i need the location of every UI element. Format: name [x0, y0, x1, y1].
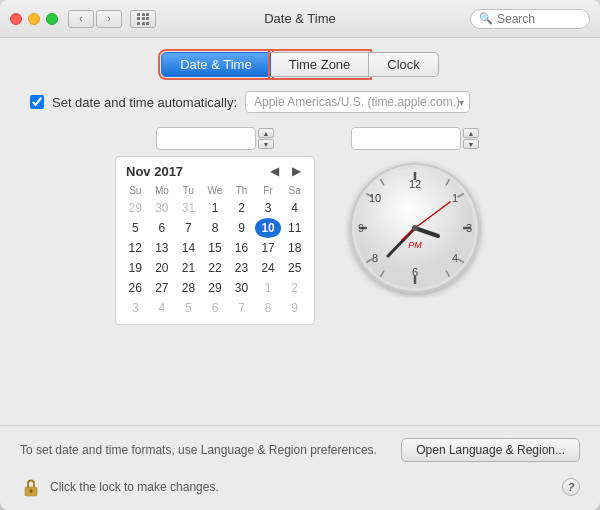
- calendar-week-row: 3456789: [122, 298, 308, 318]
- calendar-day[interactable]: 25: [281, 258, 308, 278]
- calendar-day[interactable]: 15: [202, 238, 229, 258]
- calendar-day[interactable]: 18: [281, 238, 308, 258]
- calendar-day[interactable]: 12: [122, 238, 149, 258]
- date-up-arrow[interactable]: ▲: [258, 128, 274, 138]
- server-select[interactable]: Apple Americas/U.S. (time.apple.com.): [245, 91, 470, 113]
- calendar-day[interactable]: 26: [122, 278, 149, 298]
- calendar-day[interactable]: 7: [228, 298, 255, 318]
- calendar-day[interactable]: 24: [255, 258, 282, 278]
- titlebar: ‹ › Date & Time 🔍: [0, 0, 600, 38]
- apps-button[interactable]: [130, 10, 156, 28]
- svg-text:4: 4: [452, 252, 458, 264]
- calendar-day[interactable]: 9: [228, 218, 255, 238]
- maximize-button[interactable]: [46, 13, 58, 25]
- auto-time-row: Set date and time automatically: Apple A…: [20, 91, 580, 113]
- search-box[interactable]: 🔍: [470, 9, 590, 29]
- calendar-day[interactable]: 11: [281, 218, 308, 238]
- lock-text: Click the lock to make changes.: [50, 480, 219, 494]
- close-button[interactable]: [10, 13, 22, 25]
- date-down-arrow[interactable]: ▼: [258, 139, 274, 149]
- calendar-day[interactable]: 3: [122, 298, 149, 318]
- day-header-th: Th: [228, 183, 255, 198]
- footer: Click the lock to make changes. ?: [20, 476, 580, 498]
- calendar-day[interactable]: 8: [255, 298, 282, 318]
- calendar-day[interactable]: 10: [255, 218, 282, 238]
- nav-buttons: ‹ ›: [68, 10, 122, 28]
- calendar-week-row: 262728293012: [122, 278, 308, 298]
- calendar-day[interactable]: 1: [202, 198, 229, 218]
- calendar-day[interactable]: 16: [228, 238, 255, 258]
- help-button[interactable]: ?: [562, 478, 580, 496]
- day-header-sa: Sa: [281, 183, 308, 198]
- traffic-lights: [10, 13, 58, 25]
- calendar-nav: ◀ ▶: [266, 163, 304, 179]
- calendar-week-row: 567891011: [122, 218, 308, 238]
- tab-date-time[interactable]: Date & Time: [161, 52, 271, 77]
- calendar-week-row: 12131415161718: [122, 238, 308, 258]
- calendar-day[interactable]: 20: [149, 258, 176, 278]
- lock-icon: [20, 476, 42, 498]
- auto-time-checkbox[interactable]: [30, 95, 44, 109]
- calendar-day[interactable]: 4: [149, 298, 176, 318]
- calendar-grid: Su Mo Tu We Th Fr Sa 2930311234567891011…: [122, 183, 308, 318]
- calendar-day[interactable]: 5: [175, 298, 202, 318]
- calendar-day[interactable]: 29: [122, 198, 149, 218]
- calendar-day[interactable]: 22: [202, 258, 229, 278]
- time-stepper: 3:37:25 PM ▲ ▼: [351, 127, 479, 150]
- calendar-next-button[interactable]: ▶: [288, 163, 304, 179]
- calendar-day[interactable]: 1: [255, 278, 282, 298]
- analog-clock: 12 1 3 4 6 8 9 10 PM: [345, 158, 485, 298]
- calendar-day[interactable]: 28: [175, 278, 202, 298]
- calendar-day[interactable]: 14: [175, 238, 202, 258]
- calendar-prev-button[interactable]: ◀: [266, 163, 282, 179]
- calendar-month-year: Nov 2017: [126, 164, 183, 179]
- time-down-arrow[interactable]: ▼: [463, 139, 479, 149]
- calendar-day[interactable]: 5: [122, 218, 149, 238]
- svg-text:PM: PM: [408, 240, 422, 250]
- calendar-section: 11/10/ 2017 ▲ ▼ Nov 2017 ◀ ▶: [115, 127, 315, 325]
- tab-clock[interactable]: Clock: [369, 52, 439, 77]
- svg-rect-30: [30, 490, 33, 493]
- calendar-day[interactable]: 8: [202, 218, 229, 238]
- calendar-day[interactable]: 6: [202, 298, 229, 318]
- server-select-wrapper[interactable]: Apple Americas/U.S. (time.apple.com.): [245, 91, 470, 113]
- calendar-day[interactable]: 2: [228, 198, 255, 218]
- date-stepper-arrows: ▲ ▼: [258, 128, 274, 149]
- svg-text:9: 9: [358, 222, 364, 234]
- svg-point-28: [412, 225, 418, 231]
- calendar-day[interactable]: 9: [281, 298, 308, 318]
- svg-text:12: 12: [409, 178, 421, 190]
- calendar-day[interactable]: 4: [281, 198, 308, 218]
- calendar-header: Nov 2017 ◀ ▶: [122, 163, 308, 179]
- calendar-day[interactable]: 3: [255, 198, 282, 218]
- day-header-tu: Tu: [175, 183, 202, 198]
- window: ‹ › Date & Time 🔍 Date & Time Time Zone: [0, 0, 600, 510]
- date-stepper: 11/10/ 2017 ▲ ▼: [156, 127, 274, 150]
- open-language-region-button[interactable]: Open Language & Region...: [401, 438, 580, 462]
- format-text: To set date and time formats, use Langua…: [20, 443, 391, 457]
- forward-button[interactable]: ›: [96, 10, 122, 28]
- back-button[interactable]: ‹: [68, 10, 94, 28]
- calendar-day[interactable]: 30: [149, 198, 176, 218]
- calendar-day[interactable]: 30: [228, 278, 255, 298]
- minimize-button[interactable]: [28, 13, 40, 25]
- calendar-day[interactable]: 2: [281, 278, 308, 298]
- time-input[interactable]: 3:37:25 PM: [351, 127, 461, 150]
- bottom-section: To set date and time formats, use Langua…: [0, 425, 600, 510]
- clock-section: 3:37:25 PM ▲ ▼: [345, 127, 485, 298]
- tab-time-zone[interactable]: Time Zone: [271, 52, 370, 77]
- calendar-day[interactable]: 29: [202, 278, 229, 298]
- date-input[interactable]: 11/10/ 2017: [156, 127, 256, 150]
- calendar-day[interactable]: 19: [122, 258, 149, 278]
- calendar-day[interactable]: 21: [175, 258, 202, 278]
- calendar-day[interactable]: 31: [175, 198, 202, 218]
- calendar-day[interactable]: 27: [149, 278, 176, 298]
- calendar-day[interactable]: 17: [255, 238, 282, 258]
- calendar-day[interactable]: 7: [175, 218, 202, 238]
- search-input[interactable]: [497, 12, 577, 26]
- calendar-day[interactable]: 23: [228, 258, 255, 278]
- calendar-day[interactable]: 6: [149, 218, 176, 238]
- time-up-arrow[interactable]: ▲: [463, 128, 479, 138]
- calendar-day[interactable]: 13: [149, 238, 176, 258]
- clock-svg: 12 1 3 4 6 8 9 10 PM: [345, 158, 485, 298]
